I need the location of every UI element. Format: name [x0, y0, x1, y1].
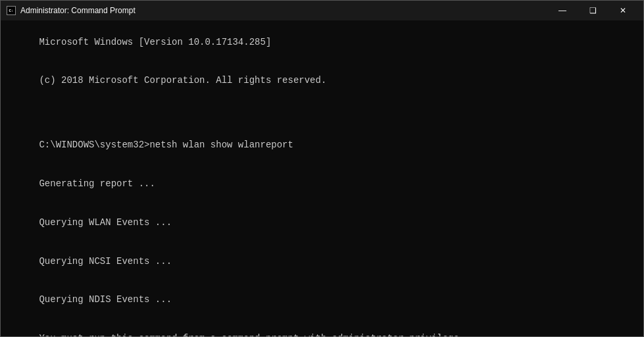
line-5: Generating report ... [39, 178, 155, 189]
line-8: Querying NDIS Events ... [39, 294, 172, 305]
window-icon [6, 5, 16, 16]
line-9: You must run this command from a command… [39, 333, 464, 336]
close-button[interactable]: ✕ [608, 1, 638, 20]
command-prompt-window: Administrator: Command Prompt — ❑ ✕ Micr… [0, 0, 644, 337]
line-6: Querying WLAN Events ... [39, 217, 172, 228]
title-bar: Administrator: Command Prompt — ❑ ✕ [1, 1, 643, 20]
line-2: (c) 2018 Microsoft Corporation. All righ… [39, 75, 326, 86]
window-title: Administrator: Command Prompt [20, 6, 136, 15]
window-controls: — ❑ ✕ [547, 1, 638, 20]
title-bar-left: Administrator: Command Prompt [6, 5, 136, 16]
minimize-button[interactable]: — [547, 1, 578, 20]
cmd-icon [7, 6, 16, 15]
line-4: C:\WINDOWS\system32>netsh wlan show wlan… [39, 140, 293, 150]
terminal-output: Microsoft Windows [Version 10.0.17134.28… [6, 23, 638, 336]
line-1: Microsoft Windows [Version 10.0.17134.28… [39, 37, 271, 47]
line-7: Querying NCSI Events ... [39, 256, 172, 267]
terminal-body[interactable]: Microsoft Windows [Version 10.0.17134.28… [1, 20, 643, 336]
maximize-button[interactable]: ❑ [578, 1, 608, 20]
